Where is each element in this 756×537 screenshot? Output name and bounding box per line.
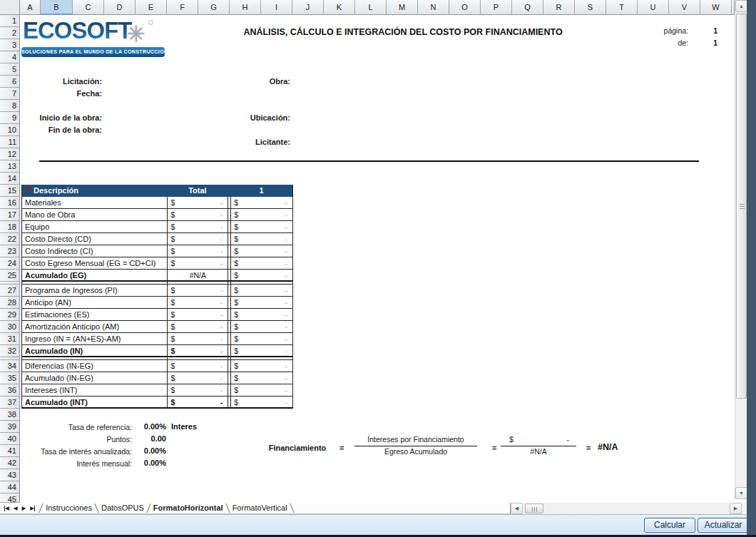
- cell-total[interactable]: $-: [167, 321, 228, 332]
- cell-total[interactable]: $-: [167, 345, 228, 356]
- column-header-H[interactable]: H: [230, 0, 261, 15]
- row-header-31[interactable]: 31: [0, 333, 20, 345]
- cell-period-1[interactable]: $-: [230, 270, 292, 280]
- column-header-E[interactable]: E: [136, 0, 167, 15]
- row-header-5[interactable]: 5: [0, 63, 20, 76]
- column-header-N[interactable]: N: [418, 0, 449, 15]
- cell-description[interactable]: Acumulado (IN-EG): [22, 372, 167, 384]
- row-header-7[interactable]: 7: [0, 88, 20, 100]
- row-header-42[interactable]: 42: [0, 457, 20, 469]
- cell-period-1[interactable]: $-: [230, 197, 292, 208]
- first-sheet-button[interactable]: ◀: [4, 503, 9, 513]
- column-header-A[interactable]: A: [20, 0, 41, 15]
- cell-period-1[interactable]: $-: [230, 245, 292, 257]
- row-header-36[interactable]: 36: [0, 384, 20, 397]
- cell-period-1[interactable]: $-: [230, 233, 292, 245]
- last-sheet-button[interactable]: ▶: [30, 503, 35, 513]
- cell-description[interactable]: Estimaciones (ES): [22, 309, 167, 320]
- column-header-C[interactable]: C: [73, 0, 104, 15]
- scroll-right-button[interactable]: ▶: [730, 503, 742, 514]
- row-header-44[interactable]: 44: [0, 481, 20, 493]
- sheet-tab-formatovertical[interactable]: FormatoVertical: [228, 503, 292, 513]
- cell-period-1[interactable]: $-: [230, 297, 292, 308]
- row-header-4[interactable]: 4: [0, 51, 20, 63]
- prev-sheet-button[interactable]: ◀: [14, 503, 18, 513]
- column-header-O[interactable]: O: [449, 0, 481, 15]
- row-header-30[interactable]: 30: [0, 321, 20, 333]
- cell-total[interactable]: $-: [167, 245, 228, 257]
- row-header-39[interactable]: 39: [0, 421, 20, 433]
- column-header-L[interactable]: L: [355, 0, 387, 15]
- col-period-1[interactable]: 1: [230, 185, 292, 196]
- col-descripcion[interactable]: Descripción: [22, 185, 167, 196]
- cell-period-1[interactable]: $-: [230, 384, 292, 396]
- row-header-6[interactable]: 6: [0, 76, 20, 88]
- horizontal-scroll-thumb[interactable]: [525, 503, 543, 513]
- cell-period-1[interactable]: $-: [230, 360, 292, 372]
- column-header-I[interactable]: I: [261, 0, 292, 15]
- cell-description[interactable]: Materiales: [22, 197, 167, 208]
- rate-value[interactable]: 0.00: [132, 434, 166, 443]
- column-header-B[interactable]: B: [41, 0, 73, 15]
- sheet-tab-formatohorizontal[interactable]: FormatoHorizontal: [149, 503, 228, 513]
- rate-value[interactable]: 0.00%: [132, 459, 166, 467]
- rate-value[interactable]: 0.00%: [132, 446, 166, 455]
- rate-value[interactable]: 0.00%: [132, 422, 166, 431]
- row-header-24[interactable]: 24: [0, 257, 20, 270]
- cell-total[interactable]: $-: [167, 372, 228, 384]
- column-header-J[interactable]: J: [292, 0, 324, 15]
- column-header-U[interactable]: U: [638, 0, 669, 15]
- column-header-G[interactable]: G: [198, 0, 230, 15]
- sheet-tab-instrucciones[interactable]: Instrucciones: [41, 503, 96, 513]
- row-header-12[interactable]: 12: [0, 148, 20, 160]
- column-header-D[interactable]: D: [104, 0, 136, 15]
- row-header-14[interactable]: 14: [0, 173, 20, 185]
- cell-total[interactable]: $-: [167, 384, 228, 396]
- cell-total[interactable]: $-: [167, 360, 228, 372]
- cell-period-1[interactable]: $-: [230, 209, 292, 220]
- cell-description[interactable]: Costo Egreso Mensual (EG = CD+CI): [22, 257, 167, 269]
- column-header-F[interactable]: F: [167, 0, 198, 15]
- cell-total[interactable]: $-: [167, 209, 228, 220]
- cell-total[interactable]: $-: [167, 309, 228, 320]
- cell-period-1[interactable]: $-: [230, 397, 292, 407]
- cell-description[interactable]: Programa de Ingresos (PI): [22, 285, 167, 296]
- row-header-25[interactable]: 25: [0, 270, 20, 282]
- scroll-up-button[interactable]: ▲: [735, 0, 747, 12]
- row-header-29[interactable]: 29: [0, 309, 20, 321]
- row-header-10[interactable]: 10: [0, 124, 20, 136]
- row-header-27[interactable]: 27: [0, 285, 20, 297]
- cell-period-1[interactable]: $-: [230, 285, 292, 296]
- cell-period-1[interactable]: $-: [230, 372, 292, 384]
- column-header-K[interactable]: K: [324, 0, 355, 15]
- row-header-34[interactable]: 34: [0, 360, 20, 372]
- row-header-1[interactable]: 1: [0, 15, 20, 27]
- cell-total[interactable]: $-: [167, 197, 228, 208]
- column-header-M[interactable]: M: [387, 0, 418, 15]
- col-total[interactable]: Total: [167, 185, 228, 196]
- column-header-T[interactable]: T: [606, 0, 638, 15]
- column-header-W[interactable]: W: [700, 0, 732, 15]
- row-header-22[interactable]: 22: [0, 233, 20, 245]
- row-header-8[interactable]: 8: [0, 100, 20, 112]
- row-header-15[interactable]: 15: [0, 185, 20, 197]
- cell-description[interactable]: Intereses (INT): [22, 384, 167, 396]
- row-header-32[interactable]: 32: [0, 345, 20, 357]
- row-header-11[interactable]: 11: [0, 136, 20, 148]
- row-header-18[interactable]: 18: [0, 221, 20, 233]
- cell-total[interactable]: #N/A: [167, 270, 228, 280]
- row-header-45[interactable]: 45: [0, 493, 20, 503]
- actualizar-button[interactable]: Actualizar: [698, 518, 749, 533]
- scroll-left-button[interactable]: ◀: [511, 503, 523, 514]
- row-header-35[interactable]: 35: [0, 372, 20, 384]
- page-value[interactable]: 1: [699, 26, 717, 35]
- cell-description[interactable]: Anticipo (AN): [22, 297, 167, 308]
- cell-description[interactable]: Acumulado (IN): [22, 345, 167, 356]
- row-header-28[interactable]: 28: [0, 297, 20, 309]
- vertical-scrollbar[interactable]: ▲ ▼: [735, 0, 747, 499]
- cell-description[interactable]: Amortización Anticipo (AM): [22, 321, 167, 332]
- cell-total[interactable]: $-: [167, 221, 228, 232]
- cell-total[interactable]: $-: [167, 233, 228, 245]
- row-header-38[interactable]: 38: [0, 409, 20, 421]
- cell-period-1[interactable]: $-: [230, 309, 292, 320]
